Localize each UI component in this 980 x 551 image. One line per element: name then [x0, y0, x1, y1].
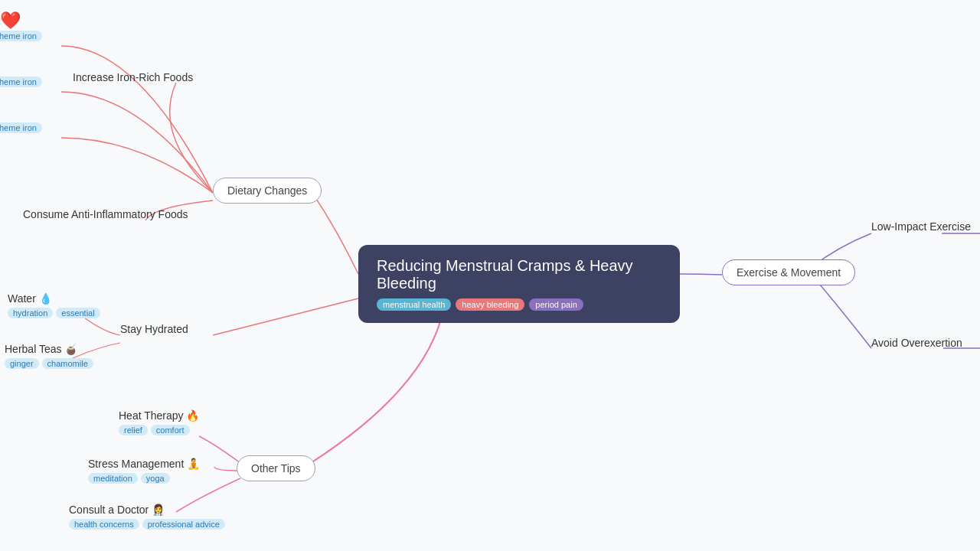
consult-doctor-tags: health concerns professional advice — [69, 519, 225, 530]
exercise-movement-node[interactable]: Exercise & Movement — [722, 259, 855, 285]
consume-anti-label: Consume Anti-Inflammatory Foods — [23, 208, 188, 220]
herbal-teas-tag-ginger: ginger — [5, 358, 39, 369]
low-impact-label: Low-Impact Exercise — [871, 220, 971, 233]
increase-iron-label: Increase Iron-Rich Foods — [73, 71, 193, 83]
stress-tag-yoga: yoga — [141, 473, 170, 484]
heme-iron-node-3: heme iron — [0, 122, 42, 133]
heme-iron-node-2: heme iron — [0, 77, 42, 87]
heme-iron-node-1: heme iron — [0, 31, 42, 41]
avoid-overexertion-label: Avoid Overexertion — [871, 337, 962, 349]
stress-tag-meditation: meditation — [88, 473, 138, 484]
heme-iron-tag-2: heme iron — [0, 77, 42, 87]
consult-doctor-label: Consult a Doctor 👩‍⚕️ — [69, 504, 165, 516]
stress-mgmt-node: Stress Management 🧘 meditation yoga — [88, 458, 200, 484]
herbal-teas-label: Herbal Teas 🧉 — [5, 343, 77, 355]
low-impact-node: Low-Impact Exercise — [871, 220, 971, 233]
herbal-teas-node: Herbal Teas 🧉 ginger chamomile — [5, 343, 93, 369]
central-tags: menstrual health heavy bleeding period p… — [377, 298, 662, 311]
top-left-icon: ❤️ — [0, 11, 21, 31]
water-tags: hydration essential — [8, 308, 100, 318]
heat-therapy-node: Heat Therapy 🔥 relief comfort — [119, 409, 199, 435]
water-tag-hydration: hydration — [8, 308, 53, 318]
heat-therapy-label: Heat Therapy 🔥 — [119, 409, 199, 422]
water-node: Water 💧 hydration essential — [8, 292, 100, 318]
herbal-teas-tags: ginger chamomile — [5, 358, 93, 369]
avoid-overexertion-node: Avoid Overexertion — [871, 337, 962, 349]
dietary-changes-node[interactable]: Dietary Changes — [213, 178, 322, 204]
water-tag-essential: essential — [56, 308, 100, 318]
water-label: Water 💧 — [8, 292, 52, 305]
other-tips-label: Other Tips — [251, 462, 301, 474]
stay-hydrated-label: Stay Hydrated — [120, 323, 188, 335]
consult-doctor-node: Consult a Doctor 👩‍⚕️ health concerns pr… — [69, 504, 225, 530]
stress-mgmt-tags: meditation yoga — [88, 473, 170, 484]
mindmap-container: heme iron heme iron heme iron ❤️ Increas… — [0, 0, 980, 551]
heat-tag-comfort: comfort — [151, 425, 190, 435]
exercise-movement-label: Exercise & Movement — [737, 266, 841, 279]
consult-tag-advice: professional advice — [142, 519, 225, 530]
heme-iron-tag-1: heme iron — [0, 31, 42, 41]
consult-tag-health: health concerns — [69, 519, 139, 530]
herbal-teas-tag-chamomile: chamomile — [42, 358, 93, 369]
dietary-changes-label: Dietary Changes — [227, 184, 307, 197]
heme-iron-tag-3: heme iron — [0, 122, 42, 133]
central-node[interactable]: Reducing Menstrual Cramps & Heavy Bleedi… — [358, 245, 680, 323]
consume-anti-node: Consume Anti-Inflammatory Foods — [23, 208, 188, 220]
central-tag-pain: period pain — [529, 298, 583, 311]
central-tag-bleeding: heavy bleeding — [456, 298, 524, 311]
increase-iron-node: Increase Iron-Rich Foods — [73, 71, 193, 83]
stress-mgmt-label: Stress Management 🧘 — [88, 458, 200, 470]
central-title: Reducing Menstrual Cramps & Heavy Bleedi… — [377, 257, 662, 292]
heat-tag-relief: relief — [119, 425, 148, 435]
heat-therapy-tags: relief comfort — [119, 425, 190, 435]
other-tips-node[interactable]: Other Tips — [237, 455, 315, 481]
central-tag-menstrual: menstrual health — [377, 298, 451, 311]
stay-hydrated-node: Stay Hydrated — [120, 323, 188, 335]
